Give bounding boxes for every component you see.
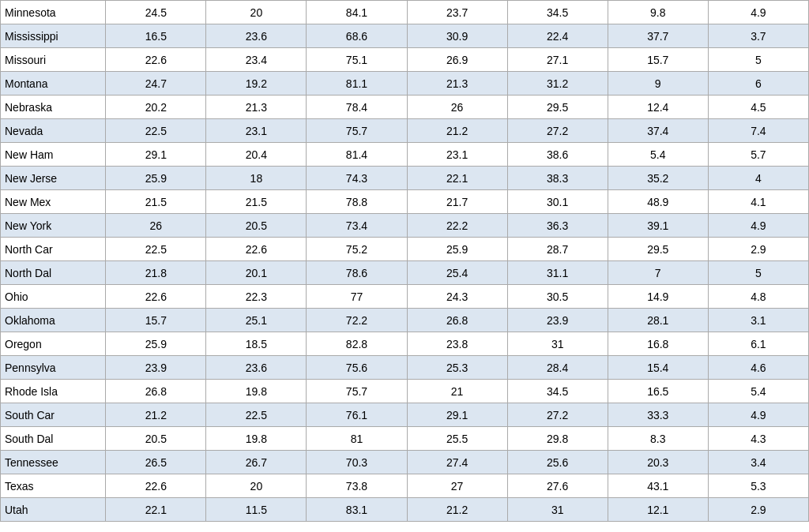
data-cell: 29.5 — [507, 96, 608, 119]
state-cell: Oregon — [1, 332, 106, 356]
state-cell: Montana — [1, 72, 106, 96]
data-cell: 7.4 — [708, 119, 808, 143]
data-cell: 75.2 — [307, 238, 407, 261]
data-cell: 21.3 — [206, 96, 307, 119]
data-cell: 21.3 — [407, 72, 507, 96]
state-cell: Oklahoma — [1, 309, 106, 332]
state-cell: Nevada — [1, 119, 106, 143]
state-cell: Utah — [1, 498, 106, 522]
data-cell: 75.7 — [307, 380, 407, 403]
data-cell: 31.1 — [507, 261, 608, 285]
table-row: Nevada22.523.175.721.227.237.47.4 — [1, 119, 809, 143]
data-cell: 29.5 — [608, 238, 708, 261]
data-cell: 4.9 — [708, 214, 808, 238]
data-cell: 19.8 — [206, 427, 307, 451]
data-cell: 18.5 — [206, 332, 307, 356]
data-cell: 25.9 — [407, 238, 507, 261]
data-cell: 28.1 — [608, 309, 708, 332]
state-cell: New Jerse — [1, 167, 106, 190]
data-cell: 4 — [708, 167, 808, 190]
data-cell: 22.1 — [106, 498, 206, 522]
data-cell: 23.7 — [407, 1, 507, 24]
table-row: Minnesota24.52084.123.734.59.84.9 — [1, 1, 809, 24]
data-cell: 22.1 — [407, 167, 507, 190]
data-cell: 43.1 — [608, 474, 708, 498]
data-cell: 81.1 — [307, 72, 407, 96]
table-row: Ohio22.622.37724.330.514.94.8 — [1, 285, 809, 309]
data-cell: 82.8 — [307, 332, 407, 356]
data-table: Minnesota24.52084.123.734.59.84.9Mississ… — [0, 0, 809, 522]
data-cell: 4.1 — [708, 190, 808, 214]
data-cell: 16.8 — [608, 332, 708, 356]
data-cell: 5.4 — [608, 143, 708, 167]
data-cell: 34.5 — [507, 380, 608, 403]
data-cell: 83.1 — [307, 498, 407, 522]
data-cell: 75.7 — [307, 119, 407, 143]
data-cell: 38.6 — [507, 143, 608, 167]
table-row: Oklahoma15.725.172.226.823.928.13.1 — [1, 309, 809, 332]
table-row: Montana24.719.281.121.331.296 — [1, 72, 809, 96]
data-cell: 23.1 — [407, 143, 507, 167]
table-row: North Car22.522.675.225.928.729.52.9 — [1, 238, 809, 261]
table-row: New Mex21.521.578.821.730.148.94.1 — [1, 190, 809, 214]
data-cell: 27 — [407, 474, 507, 498]
data-cell: 78.4 — [307, 96, 407, 119]
data-cell: 21.8 — [106, 261, 206, 285]
data-cell: 28.4 — [507, 356, 608, 380]
state-cell: Nebraska — [1, 96, 106, 119]
data-cell: 22.5 — [206, 403, 307, 427]
data-cell: 24.7 — [106, 72, 206, 96]
data-cell: 5.7 — [708, 143, 808, 167]
data-cell: 76.1 — [307, 403, 407, 427]
data-cell: 20.5 — [206, 214, 307, 238]
data-cell: 22.2 — [407, 214, 507, 238]
data-cell: 24.5 — [106, 1, 206, 24]
data-cell: 75.6 — [307, 356, 407, 380]
data-cell: 23.9 — [106, 356, 206, 380]
data-cell: 31.2 — [507, 72, 608, 96]
data-cell: 25.6 — [507, 451, 608, 474]
data-cell: 12.4 — [608, 96, 708, 119]
data-cell: 25.3 — [407, 356, 507, 380]
data-cell: 20 — [206, 1, 307, 24]
data-cell: 23.6 — [206, 356, 307, 380]
data-cell: 7 — [608, 261, 708, 285]
data-cell: 27.2 — [507, 119, 608, 143]
data-cell: 30.5 — [507, 285, 608, 309]
data-cell: 25.9 — [106, 332, 206, 356]
data-cell: 35.2 — [608, 167, 708, 190]
state-cell: North Dal — [1, 261, 106, 285]
data-cell: 29.1 — [407, 403, 507, 427]
data-cell: 23.6 — [206, 24, 307, 48]
data-cell: 19.2 — [206, 72, 307, 96]
data-cell: 30.1 — [507, 190, 608, 214]
data-cell: 4.9 — [708, 1, 808, 24]
data-cell: 78.8 — [307, 190, 407, 214]
data-cell: 21.7 — [407, 190, 507, 214]
data-cell: 20.4 — [206, 143, 307, 167]
data-cell: 21.5 — [206, 190, 307, 214]
data-cell: 26.7 — [206, 451, 307, 474]
state-cell: Missouri — [1, 48, 106, 72]
table-row: New York2620.573.422.236.339.14.9 — [1, 214, 809, 238]
state-cell: Rhode Isla — [1, 380, 106, 403]
table-row: Nebraska20.221.378.42629.512.44.5 — [1, 96, 809, 119]
state-cell: New Mex — [1, 190, 106, 214]
data-cell: 37.4 — [608, 119, 708, 143]
data-cell: 25.1 — [206, 309, 307, 332]
data-cell: 30.9 — [407, 24, 507, 48]
data-cell: 36.3 — [507, 214, 608, 238]
data-cell: 23.1 — [206, 119, 307, 143]
data-cell: 75.1 — [307, 48, 407, 72]
data-cell: 22.4 — [507, 24, 608, 48]
data-cell: 72.2 — [307, 309, 407, 332]
table-container: Minnesota24.52084.123.734.59.84.9Mississ… — [0, 0, 809, 532]
data-cell: 68.6 — [307, 24, 407, 48]
data-cell: 29.1 — [106, 143, 206, 167]
data-cell: 18 — [206, 167, 307, 190]
data-cell: 20.3 — [608, 451, 708, 474]
data-cell: 37.7 — [608, 24, 708, 48]
data-cell: 73.8 — [307, 474, 407, 498]
data-cell: 26.5 — [106, 451, 206, 474]
data-cell: 73.4 — [307, 214, 407, 238]
